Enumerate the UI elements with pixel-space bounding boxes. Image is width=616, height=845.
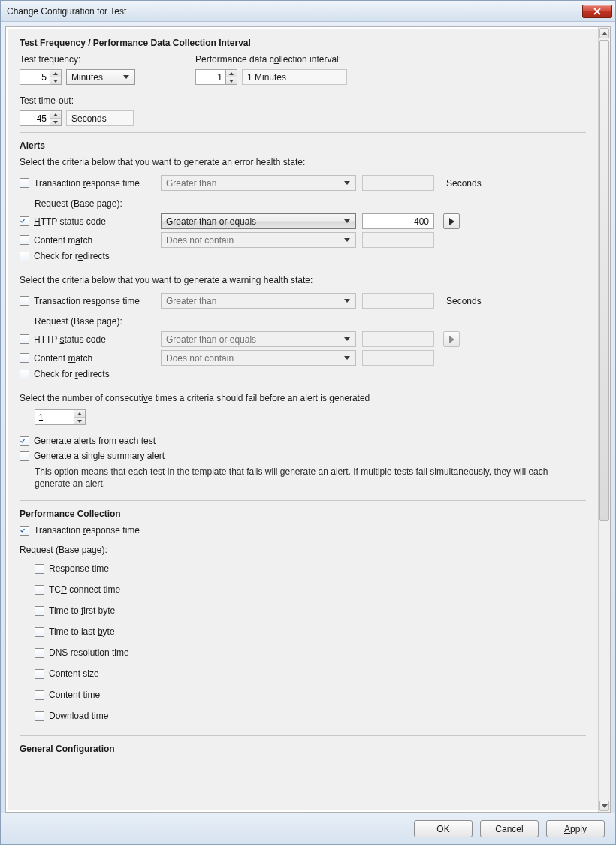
consecutive-spinner[interactable] [35,409,86,425]
spin-down[interactable] [50,77,61,84]
chk-perf-tcp[interactable]: TCP connect time [35,584,120,595]
close-button[interactable] [582,5,612,18]
ok-button[interactable]: OK [414,820,473,837]
combo-warn-http-op[interactable]: Greater than or equals [161,331,356,347]
play-icon [449,218,454,225]
checkbox-icon [20,334,29,344]
scroll-thumb[interactable] [599,40,609,521]
checkbox-icon [35,711,44,721]
checkbox-icon [20,370,29,379]
consecutive-input[interactable] [35,409,74,425]
checkbox-icon [20,235,29,245]
timeout-input[interactable] [20,110,50,126]
chk-perf-ctime[interactable]: Content time [35,690,100,700]
checkbox-icon [35,648,44,658]
button-bar: OK Cancel Apply [1,813,615,844]
play-button-warn-http[interactable] [443,331,460,347]
test-frequency-spinner[interactable] [20,69,62,85]
combo-warn-trt-op[interactable]: Greater than [161,293,356,309]
label-perf-ttfb: Time to first byte [49,605,115,616]
spin-down[interactable] [74,418,85,424]
input-warn-trt-value[interactable] [362,293,434,309]
label-warn-content: Content match [34,353,92,364]
input-err-http-value[interactable]: 400 [362,213,434,229]
checkbox-icon [35,606,44,616]
content-panel: Test Frequency / Performance Data Collec… [8,29,598,810]
alerts-error-intro: Select the criteria below that you want … [20,157,586,167]
cancel-label: Cancel [495,824,523,834]
combo-err-content-op[interactable]: Does not contain [161,232,356,248]
cancel-button[interactable]: Cancel [480,820,539,837]
apply-label: Apply [564,824,587,834]
chk-err-content[interactable]: Content match [20,235,155,246]
combo-warn-content-op[interactable]: Does not contain [161,350,356,366]
chevron-down-icon [344,299,350,303]
label-err-redirect: Check for redirects [34,251,110,261]
chk-perf-dns[interactable]: DNS resolution time [35,647,129,658]
chevron-down-icon [123,75,129,79]
titlebar: Change Configuration for Test [1,1,615,22]
chk-perf-trt[interactable]: Transaction response time [20,525,140,536]
chk-generate-each[interactable]: Generate alerts from each test [20,436,156,446]
chk-perf-ttlb[interactable]: Time to last byte [35,626,115,637]
test-frequency-unit-label: Minutes [71,72,121,83]
checkbox-icon [35,627,44,637]
timeout-spinner[interactable] [20,110,62,126]
combo-err-content-op-label: Does not contain [166,235,342,246]
chevron-down-icon [344,238,350,242]
apply-button[interactable]: Apply [546,820,605,837]
combo-err-trt-op-label: Greater than [166,178,342,189]
combo-err-trt-op[interactable]: Greater than [161,175,356,191]
checkbox-icon [35,690,44,700]
test-frequency-input[interactable] [20,69,50,85]
combo-err-http-op[interactable]: Greater than or equals [161,213,356,229]
label-perf-ttlb: Time to last byte [49,626,115,637]
spin-down[interactable] [50,119,61,125]
pdci-display: 1 Minutes [242,69,347,85]
pdci-input[interactable] [195,69,225,85]
chk-warn-http[interactable]: HTTP status code [20,334,155,345]
window-title: Change Configuration for Test [7,6,582,17]
label-perf-tcp: TCP connect time [49,584,120,595]
input-err-content-value[interactable] [362,232,434,248]
chk-perf-csize[interactable]: Content size [35,668,99,679]
chk-err-redirect[interactable]: Check for redirects [20,251,155,261]
combo-warn-content-op-label: Does not contain [166,353,342,364]
input-warn-http-value[interactable] [362,331,434,347]
spin-up[interactable] [226,70,237,77]
spin-up[interactable] [50,70,61,77]
scroll-down-button[interactable] [599,801,609,811]
chk-warn-trt[interactable]: Transaction response time [20,296,155,306]
chk-perf-ttfb[interactable]: Time to first byte [35,605,115,616]
chk-err-http[interactable]: HTTP status code [20,216,155,227]
chk-warn-redirect[interactable]: Check for redirects [20,369,155,379]
play-button-err-http[interactable] [443,213,460,229]
input-err-trt-value[interactable] [362,175,434,191]
spin-down[interactable] [226,77,237,84]
spin-up[interactable] [50,111,61,119]
spin-up[interactable] [74,410,85,418]
label-warn-request-base: Request (Base page): [35,316,586,327]
label-err-trt: Transaction response time [34,178,140,189]
dialog-window: Change Configuration for Test Test Frequ… [0,0,616,845]
checkbox-icon [20,216,29,226]
checkbox-icon [20,353,29,363]
chk-perf-response-time[interactable]: Response time [35,563,109,574]
play-icon [449,336,454,343]
label-consecutive: Select the number of consecutive times a… [20,393,586,403]
label-perf-response-time: Response time [49,563,109,574]
chk-warn-content[interactable]: Content match [20,353,155,364]
label-warn-trt: Transaction response time [34,296,140,306]
test-frequency-unit-combo[interactable]: Minutes [66,69,135,85]
vertical-scrollbar[interactable] [598,27,610,812]
pdci-spinner[interactable] [195,69,237,85]
chk-generate-single[interactable]: Generate a single summary alert [20,451,165,461]
label-perf-download: Download time [49,711,108,721]
checkbox-icon [20,178,29,188]
chk-perf-download[interactable]: Download time [35,711,108,721]
combo-err-http-op-label: Greater than or equals [166,216,342,227]
input-warn-content-value[interactable] [362,350,434,366]
scroll-up-button[interactable] [599,28,609,38]
unit-seconds: Seconds [446,178,482,189]
chk-err-trt[interactable]: Transaction response time [20,178,155,189]
